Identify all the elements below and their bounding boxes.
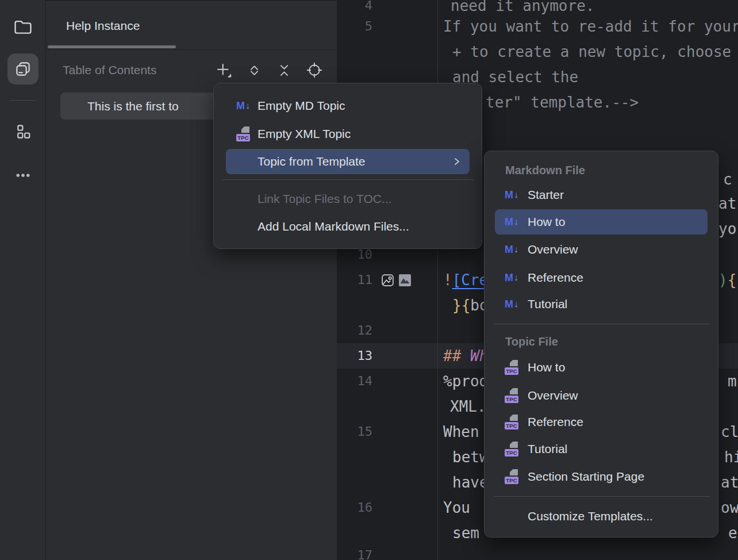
menu-item-empty-md-topic[interactable]: M↓ Empty MD Topic <box>226 93 470 118</box>
line-number: 17 <box>337 543 372 560</box>
toolbar-title: Table of Contents <box>63 63 156 77</box>
markdown-file-icon: M↓ <box>504 244 519 256</box>
sidebar-item-project[interactable] <box>7 11 39 43</box>
topic-file-icon: TPC <box>504 388 519 403</box>
add-icon <box>215 62 232 79</box>
code-fragment: at <box>718 191 736 216</box>
menu-item-topic-from-template[interactable]: Topic from Template <box>226 149 470 174</box>
submenu-item-topic-how-to[interactable]: TPC How to <box>495 355 708 380</box>
topic-file-icon: TPC <box>504 442 519 457</box>
menu-separator <box>494 496 710 497</box>
code-line: ![Cre <box>443 267 488 293</box>
menu-separator <box>494 324 710 324</box>
expand-all-button[interactable] <box>245 62 263 79</box>
pages-icon <box>14 60 32 78</box>
submenu-item-md-overview[interactable]: M↓ Overview <box>495 237 708 262</box>
code-line: sem <box>452 520 479 546</box>
code-line: ter" template.--> <box>486 90 639 115</box>
add-topic-button[interactable] <box>215 62 232 79</box>
code-line: XML. <box>450 394 486 419</box>
new-topic-menu: M↓ Empty MD Topic TPC Empty XML Topic To… <box>213 83 482 249</box>
line-number: 11 <box>337 267 372 293</box>
code-line: When <box>443 419 479 444</box>
code-fragment: e <box>728 520 737 546</box>
more-icon <box>14 167 32 184</box>
line-number: 5 <box>337 14 372 39</box>
line-number: 12 <box>337 318 372 343</box>
template-submenu: Markdown File M↓ Starter M↓ How to M↓ Ov… <box>484 151 718 538</box>
menu-separator <box>223 179 474 180</box>
code-line: have <box>452 470 489 495</box>
code-fragment: m <box>728 369 737 394</box>
tool-stripe <box>0 0 46 560</box>
code-fragment: c <box>723 167 732 192</box>
collapse-all-icon <box>276 63 292 78</box>
submenu-item-topic-overview[interactable]: TPC Overview <box>495 383 708 408</box>
code-line: If you want to re-add it for your <box>443 14 738 39</box>
expand-all-icon <box>247 63 262 78</box>
menu-item-empty-xml-topic[interactable]: TPC Empty XML Topic <box>226 121 470 147</box>
markdown-file-icon: M↓ <box>504 189 519 201</box>
code-line: %prod <box>443 369 488 394</box>
line-number-active: 13 <box>337 343 372 369</box>
markdown-file-icon: M↓ <box>504 272 519 284</box>
submenu-item-topic-reference[interactable]: TPC Reference <box>495 409 708 435</box>
locate-icon <box>306 62 322 78</box>
topic-file-icon: TPC <box>504 469 519 484</box>
code-fragment: cl <box>721 419 738 444</box>
menu-item-add-local-markdown[interactable]: Add Local Markdown Files... <box>226 214 470 239</box>
locate-button[interactable] <box>306 62 323 79</box>
code-fragment: yo <box>718 216 736 241</box>
topic-file-icon: TPC <box>504 360 519 375</box>
code-fragment: hi <box>724 444 738 470</box>
collapse-all-button[interactable] <box>275 62 293 79</box>
folder-icon <box>13 18 33 36</box>
code-line: ## Wh <box>443 343 488 369</box>
submenu-arrow-icon <box>452 157 462 166</box>
code-line: + to create a new topic, choose <box>452 39 731 64</box>
sidebar-more-button[interactable] <box>7 160 39 191</box>
submenu-item-md-tutorial[interactable]: M↓ Tutorial <box>495 291 708 317</box>
markdown-file-icon: M↓ <box>504 298 519 310</box>
sidebar-divider <box>10 100 36 101</box>
topic-file-icon: TPC <box>234 126 252 141</box>
sidebar-item-structure[interactable] <box>7 116 39 147</box>
code-line: }{bo <box>452 293 489 318</box>
tab-help-instance[interactable]: Help Instance <box>66 19 140 33</box>
tab-active-indicator <box>48 45 176 48</box>
submenu-section-header: Topic File <box>505 335 558 348</box>
code-line: You <box>443 495 470 520</box>
line-number: 16 <box>337 495 372 520</box>
markdown-file-icon: M↓ <box>504 216 519 228</box>
line-number: 14 <box>337 369 372 394</box>
markdown-file-icon: M↓ <box>234 100 252 112</box>
code-fragment: at <box>721 470 738 495</box>
code-fragment: ow <box>721 495 738 520</box>
structure-icon <box>14 123 32 140</box>
tool-window-header: Help Instance <box>46 1 337 50</box>
submenu-item-topic-tutorial[interactable]: TPC Tutorial <box>495 436 708 462</box>
submenu-item-md-reference[interactable]: M↓ Reference <box>495 265 708 290</box>
submenu-item-md-how-to[interactable]: M↓ How to <box>495 209 708 235</box>
submenu-item-topic-section-starting-page[interactable]: TPC Section Starting Page <box>495 464 708 489</box>
topic-file-icon: TPC <box>504 415 519 429</box>
code-line: betw <box>452 444 489 470</box>
image-outline-icon[interactable] <box>380 273 395 287</box>
toc-item-label: This is the first to <box>87 99 179 113</box>
menu-item-link-topic-files[interactable]: Link Topic Files to TOC... <box>226 186 470 212</box>
line-number: 15 <box>337 419 372 444</box>
image-preview-icon[interactable] <box>399 274 411 286</box>
menu-item-customize-templates[interactable]: Customize Templates... <box>495 504 708 529</box>
code-fragment: ){ <box>718 267 736 293</box>
submenu-item-md-starter[interactable]: M↓ Starter <box>495 182 708 208</box>
sidebar-item-writerside[interactable] <box>7 53 39 85</box>
submenu-section-header: Markdown File <box>505 164 585 177</box>
